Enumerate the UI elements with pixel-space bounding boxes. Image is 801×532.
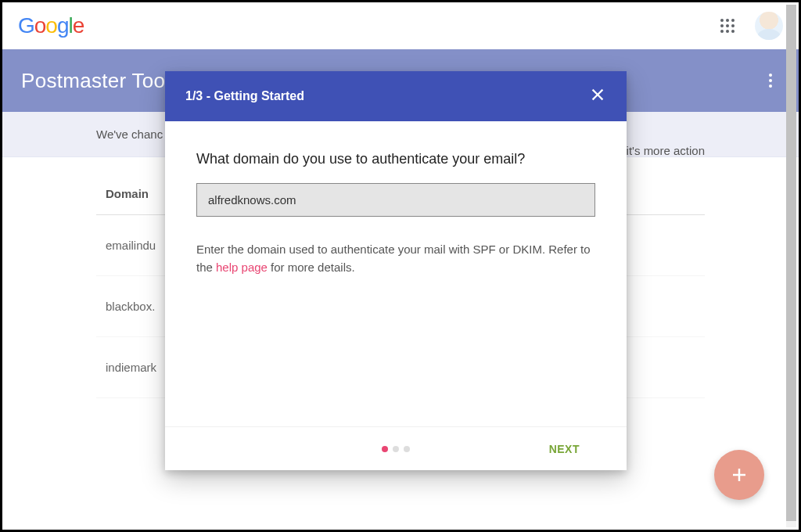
help-page-link[interactable]: help page bbox=[216, 261, 268, 274]
domain-input[interactable] bbox=[196, 183, 595, 217]
modal-header: 1/3 - Getting Started bbox=[165, 71, 627, 121]
close-button[interactable] bbox=[589, 86, 606, 106]
modal-body: What domain do you use to authenticate y… bbox=[165, 121, 627, 426]
step-dot-3 bbox=[404, 446, 410, 452]
close-icon bbox=[589, 86, 606, 103]
modal-step-label: 1/3 - Getting Started bbox=[185, 89, 304, 103]
modal-question: What domain do you use to authenticate y… bbox=[196, 151, 595, 167]
modal-backdrop: 1/3 - Getting Started What domain do you… bbox=[2, 2, 799, 530]
helper-after: for more details. bbox=[268, 261, 355, 274]
getting-started-modal: 1/3 - Getting Started What domain do you… bbox=[165, 71, 627, 470]
step-dot-2 bbox=[393, 446, 399, 452]
step-dot-1 bbox=[382, 446, 388, 452]
step-dots bbox=[382, 446, 410, 452]
modal-footer: NEXT bbox=[165, 426, 627, 470]
helper-text: Enter the domain used to authenticate yo… bbox=[196, 240, 595, 277]
next-button[interactable]: NEXT bbox=[549, 443, 580, 455]
